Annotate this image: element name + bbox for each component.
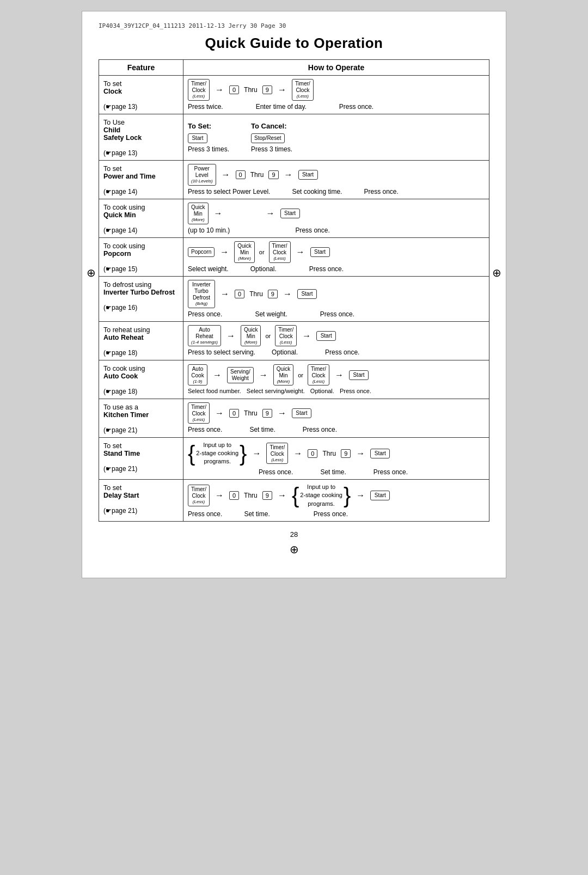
thru-label: Thru: [322, 450, 336, 457]
auto-reheat-key: AutoReheat (1-4 servings): [188, 325, 221, 347]
feature-inverter: To defrost usingInverter Turbo Defrost(☛…: [99, 277, 183, 322]
arrow-icon: →: [356, 449, 365, 458]
timer-clock-key-5: Timer/Clock (Less): [308, 364, 329, 386]
quick-min-key-4: QuickMin (More): [273, 364, 294, 386]
timer-clock-key-3: Timer/Clock (Less): [269, 241, 291, 263]
arrow-icon-2: →: [278, 85, 286, 95]
select-power-label: Press to select Power Level.: [188, 188, 270, 195]
arrow-icon: →: [278, 408, 286, 418]
how-delay-start: Timer/Clock (Less) → 0 Thru 9 → { Inpu: [183, 479, 489, 521]
brace-text-delay: Input up to2-stage cookingprograms.: [300, 483, 342, 508]
press-once-1-label: Press once.: [188, 426, 222, 433]
feature-clock: To setClock(☛page 13): [99, 76, 183, 114]
quick-min-key-3: QuickMin (More): [241, 325, 261, 347]
press-once-label: Press once.: [325, 348, 359, 356]
set-time-label: Set time.: [320, 468, 346, 476]
arrow-icon: →: [296, 247, 305, 257]
press-once-label: Press once.: [364, 188, 398, 195]
arrow-icon: →: [215, 408, 224, 418]
arrow-icon: →: [266, 209, 275, 218]
start-btn-5: Start: [297, 289, 317, 299]
quick-min-key-2: QuickMin (More): [234, 241, 255, 263]
table-row: To setDelay Start(☛page 21) Timer/Clock …: [99, 479, 489, 521]
start-btn-4: Start: [310, 247, 330, 257]
feature-stand-time: To setStand Time(☛page 21): [99, 437, 183, 479]
set-weight-label: Set weight.: [255, 310, 287, 318]
arrow-icon: →: [259, 370, 268, 380]
press-once-2-label: Press once.: [303, 426, 337, 433]
press-twice-label: Press twice.: [188, 103, 223, 111]
start-btn-3: Start: [280, 209, 300, 218]
thru-label: Thru: [249, 290, 263, 298]
start-btn-6: Start: [316, 331, 336, 341]
up-to-label: (up to 10 min.): [188, 227, 230, 234]
table-row: To setClock(☛page 13) Timer/Clock (Less)…: [99, 76, 489, 114]
feature-power-time: To setPower and Time(☛page 14): [99, 161, 183, 199]
optional-label: Optional.: [250, 265, 277, 273]
close-brace-icon-2: }: [344, 485, 351, 506]
start-btn-1: Start: [188, 133, 207, 143]
left-crosshair-icon: ⊕: [87, 266, 96, 279]
arrow-icon: →: [356, 491, 365, 500]
or-label: or: [259, 249, 265, 255]
arrow-icon: →: [335, 370, 344, 380]
timer-clock-key-7: Timer/Clock (Less): [266, 443, 288, 464]
timer-clock-key-4: Timer/Clock (Less): [275, 325, 297, 347]
timer-clock-key-6: Timer/Clock (Less): [188, 402, 210, 424]
select-food-label: Select food number.: [188, 388, 241, 394]
how-child-lock: To Set: Start Press 3 times. To Cancel: …: [183, 114, 489, 161]
num-0: 0: [236, 170, 246, 179]
thru-label: Thru: [244, 492, 258, 499]
close-brace-icon: }: [240, 443, 247, 464]
how-auto-cook: AutoCook (1-9) → Serving/Weight →: [183, 360, 489, 399]
power-level-key: PowerLevel (10 Levels): [188, 164, 216, 186]
num-9: 9: [262, 409, 272, 418]
num-0: 0: [229, 491, 239, 500]
brace-text-stand: Input up to2-stage cookingprograms.: [196, 441, 238, 466]
serving-weight-key: Serving/Weight: [227, 367, 254, 383]
how-auto-reheat: AutoReheat (1-4 servings) → QuickMin (Mo…: [183, 321, 489, 360]
or-label: or: [298, 372, 303, 378]
press-once-label: Press once.: [340, 388, 371, 394]
table-row: To defrost usingInverter Turbo Defrost(☛…: [99, 277, 489, 322]
timer-clock-key-2: Timer/Clock (Less): [292, 79, 314, 101]
feature-child-lock: To Use ChildSafety Lock(☛page 13): [99, 114, 183, 161]
right-crosshair-icon: ⊕: [492, 266, 501, 279]
start-btn-7: Start: [349, 370, 369, 380]
num-0: 0: [229, 85, 239, 94]
feature-kitchen-timer: To use as aKitchen Timer(☛page 21): [99, 399, 183, 437]
page-title: Quick Guide to Operation: [99, 35, 489, 52]
feature-popcorn: To cook usingPopcorn(☛page 15): [99, 238, 183, 277]
inverter-key: InverterTurboDefrost (lb/kg): [188, 280, 215, 308]
how-kitchen-timer: Timer/Clock (Less) → 0 Thru 9 → Start: [183, 399, 489, 437]
quick-min-key: QuickMin (More): [188, 203, 209, 224]
table-row: To setStand Time(☛page 21) { Input up to…: [99, 437, 489, 479]
how-power-time: PowerLevel (10 Levels) → 0 Thru 9 → Star…: [183, 161, 489, 199]
page-number: 28: [290, 530, 298, 539]
enter-time-label: Enter time of day.: [256, 103, 307, 111]
num-9: 9: [262, 85, 272, 94]
table-row: To cook usingPopcorn(☛page 15) Popcorn →…: [99, 238, 489, 277]
press-once-label: Press once.: [188, 510, 222, 518]
feature-delay-start: To setDelay Start(☛page 21): [99, 479, 183, 521]
start-btn-9: Start: [370, 449, 390, 458]
num-9: 9: [262, 491, 272, 500]
feature-quick-min: To cook usingQuick Min(☛page 14): [99, 199, 183, 238]
press-once-2-label: Press once.: [320, 310, 354, 318]
col-feature-header: Feature: [99, 60, 183, 76]
set-time-label: Set time.: [244, 510, 270, 518]
arrow-icon: →: [284, 170, 293, 180]
arrow-icon: →: [252, 449, 261, 458]
num-0: 0: [229, 409, 239, 418]
popcorn-key: Popcorn: [188, 247, 215, 257]
num-0: 0: [235, 290, 244, 298]
table-row: To cook usingQuick Min(☛page 14) QuickMi…: [99, 199, 489, 238]
timer-clock-key-8: Timer/Clock (Less): [188, 485, 210, 506]
how-quick-min: QuickMin (More) → → Start (up to 10 min.…: [183, 199, 489, 238]
col-how-header: How to Operate: [183, 60, 489, 76]
press-once-label: Press once.: [259, 468, 293, 476]
or-label: or: [265, 333, 271, 339]
arrow-icon: →: [220, 247, 229, 257]
arrow-icon: →: [220, 289, 229, 299]
thru-label: Thru: [244, 86, 258, 94]
